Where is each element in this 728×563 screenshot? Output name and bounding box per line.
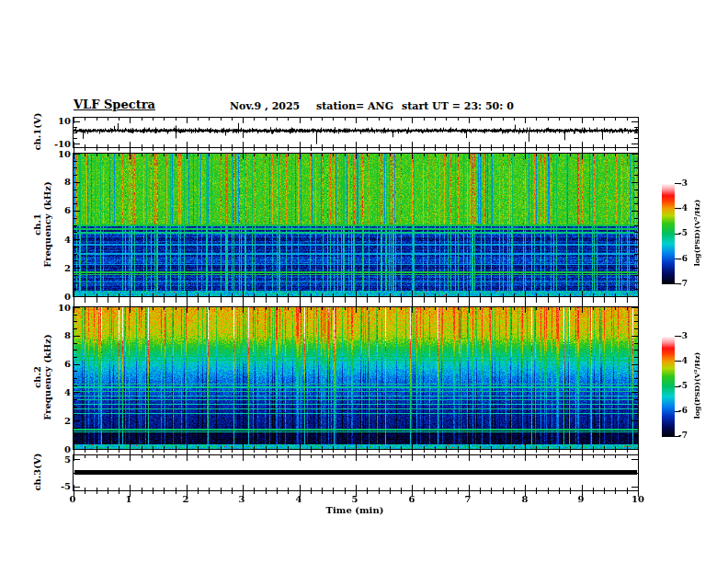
cbar1-tick: -4 bbox=[678, 203, 688, 213]
xtick: 10 bbox=[631, 494, 644, 504]
cbar1-tick: -6 bbox=[678, 254, 688, 263]
spec1-ytick: 0 bbox=[40, 292, 71, 302]
ch1-waveform-panel bbox=[73, 117, 639, 148]
xtick: 2 bbox=[183, 494, 189, 504]
ch3-waveform-panel bbox=[73, 454, 639, 491]
axis-tick-strip bbox=[73, 297, 639, 306]
xtick: 0 bbox=[70, 494, 76, 504]
xtick: 6 bbox=[409, 494, 415, 504]
spec2-ytick: 0 bbox=[40, 444, 71, 454]
xtick: 5 bbox=[352, 494, 358, 504]
cbar1-tick: -7 bbox=[678, 279, 688, 288]
ch1-ytick: 10 bbox=[40, 116, 71, 126]
ch2-spectrogram-panel bbox=[73, 306, 639, 450]
station-label: station= ANG bbox=[316, 100, 393, 112]
spec2-axis-title-line2: Frequency (kHz) bbox=[42, 334, 52, 419]
cbar1-tick: -3 bbox=[678, 178, 688, 188]
ch3-ytick: -5 bbox=[40, 481, 71, 491]
figure-title: VLF Spectra bbox=[74, 98, 155, 111]
cbar2-tick: -4 bbox=[678, 356, 688, 365]
cbar1-tick: -5 bbox=[678, 228, 688, 237]
cbar2-tick: -3 bbox=[678, 331, 688, 340]
start-ut-label: start UT = 23: 50: 0 bbox=[402, 100, 514, 112]
ch1-spectrogram-panel bbox=[73, 153, 639, 297]
cbar2-axis-title: log(PSD)(V²/Hz) bbox=[692, 352, 702, 419]
spec1-axis-title-line1: ch.1 bbox=[32, 181, 42, 267]
spec1-ytick: 10 bbox=[40, 149, 71, 159]
ch3-ytick: 5 bbox=[40, 454, 71, 465]
cbar2-tick: -6 bbox=[678, 406, 688, 415]
ch1-ytick: -10 bbox=[40, 139, 71, 149]
ch1-axis-title: ch.1(V) bbox=[32, 112, 42, 150]
cbar1-axis-title: log(PSD)(V²/Hz) bbox=[692, 200, 702, 267]
time-axis-title: Time (min) bbox=[326, 505, 384, 515]
vlf-spectra-figure: VLF Spectra Nov.9 , 2025 station= ANG st… bbox=[0, 0, 728, 563]
xtick: 3 bbox=[239, 494, 245, 504]
cbar2-tick: -7 bbox=[678, 431, 688, 440]
date-label: Nov.9 , 2025 bbox=[230, 100, 300, 112]
spec2-axis-title-line1: ch.2 bbox=[32, 334, 42, 419]
xtick: 9 bbox=[578, 494, 585, 504]
spec2-ytick: 10 bbox=[40, 303, 71, 313]
cbar2-tick: -5 bbox=[678, 381, 688, 390]
xtick: 7 bbox=[465, 494, 472, 504]
ch3-axis-title: ch.3(V) bbox=[32, 453, 42, 490]
spec2-axis-title: ch.2 Frequency (kHz) bbox=[32, 334, 52, 419]
xtick: 1 bbox=[126, 494, 132, 504]
xtick: 8 bbox=[522, 494, 529, 504]
xtick: 4 bbox=[296, 494, 302, 504]
spec1-axis-title: ch.1 Frequency (kHz) bbox=[32, 181, 52, 267]
spec1-axis-title-line2: Frequency (kHz) bbox=[42, 181, 52, 267]
